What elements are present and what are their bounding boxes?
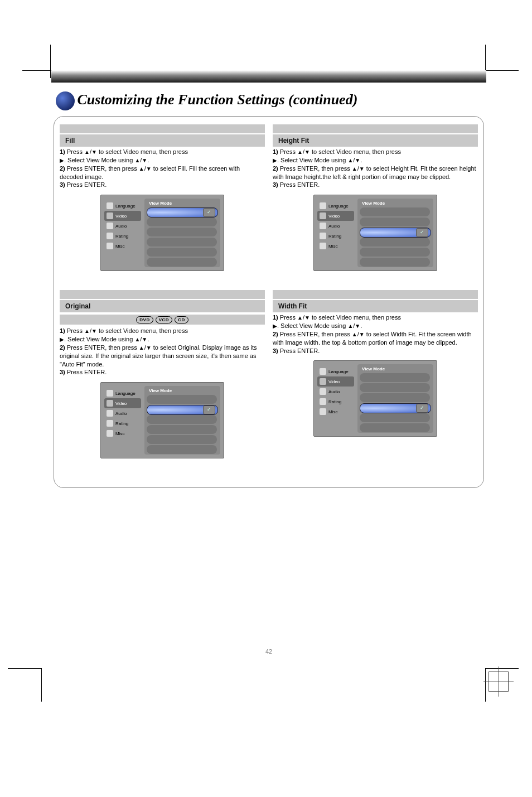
osd-pane-title: View Mode xyxy=(362,366,433,371)
osd-menu-item: Video xyxy=(317,376,354,387)
osd-screenshot: LanguageVideoAudioRatingMiscView Mode✓ xyxy=(100,195,224,271)
osd-menu-label: Video xyxy=(328,214,340,219)
osd-menu-label: Language xyxy=(328,204,349,209)
checkmark-icon: ✓ xyxy=(203,208,215,217)
osd-menu-label: Audio xyxy=(115,224,127,229)
osd-menu-item: Audio xyxy=(104,221,141,231)
osd-option-pill xyxy=(360,383,430,392)
osd-menu-label: Audio xyxy=(115,411,127,416)
osd-menu-label: Language xyxy=(328,369,349,374)
osd-menu-item: Misc xyxy=(317,407,354,417)
section-divider-bar xyxy=(60,124,265,133)
osd-menu-item: Rating xyxy=(317,231,354,241)
osd-menu-icon xyxy=(107,400,113,407)
osd-menu-icon xyxy=(320,202,326,209)
osd-menu-item: Video xyxy=(317,211,354,221)
osd-menu-item: Rating xyxy=(317,397,354,407)
osd-menu-label: Misc xyxy=(328,244,337,249)
osd-menu-icon xyxy=(107,410,113,417)
osd-menu-label: Video xyxy=(328,379,340,384)
media-badge: VCD xyxy=(156,316,172,323)
osd-option-pill xyxy=(360,218,430,226)
osd-option-pill xyxy=(360,238,430,247)
osd-menu-label: Misc xyxy=(115,431,124,436)
osd-menu-item: Audio xyxy=(317,387,354,397)
osd-menu-label: Misc xyxy=(115,244,124,249)
media-badge: DVD xyxy=(136,316,153,323)
osd-menu-item: Misc xyxy=(104,428,141,438)
osd-menu-icon xyxy=(107,233,113,239)
osd-menu-icon xyxy=(320,388,326,395)
osd-option-pill xyxy=(360,423,430,432)
section-divider-bar xyxy=(273,290,478,299)
osd-menu-label: Language xyxy=(115,391,136,396)
osd-menu-icon xyxy=(107,390,113,397)
instruction-text: 1) Press ▲/▼ to select Video menu, then … xyxy=(60,148,265,189)
osd-menu-icon xyxy=(320,378,326,385)
osd-option-pill xyxy=(147,248,217,257)
osd-menu-label: Audio xyxy=(328,389,340,394)
checkmark-icon: ✓ xyxy=(416,404,428,413)
osd-option-pill xyxy=(147,218,217,226)
spacer xyxy=(273,439,478,456)
osd-option-pill: ✓ xyxy=(147,405,218,415)
osd-menu-label: Rating xyxy=(115,421,128,426)
osd-menu-item: Language xyxy=(104,388,141,398)
osd-menu-icon xyxy=(107,430,113,437)
osd-option-pill xyxy=(147,228,217,236)
osd-menu-icon xyxy=(107,212,113,219)
osd-menu-label: Language xyxy=(115,204,136,209)
header-gradient-bar xyxy=(51,70,486,83)
osd-menu-icon xyxy=(107,202,113,209)
osd-option-pill xyxy=(360,207,430,216)
osd-menu-label: Misc xyxy=(328,409,337,414)
osd-menu-icon xyxy=(320,408,326,415)
osd-option-pill xyxy=(360,373,430,382)
osd-option-pill xyxy=(147,445,217,454)
osd-pane-title: View Mode xyxy=(149,388,220,393)
crop-mark xyxy=(8,668,41,669)
osd-menu-label: Rating xyxy=(328,234,341,239)
crop-mark xyxy=(50,45,51,78)
osd-pane-title: View Mode xyxy=(362,201,433,206)
checkmark-icon: ✓ xyxy=(203,405,215,414)
osd-menu-item: Language xyxy=(317,366,354,376)
instruction-text: 1) Press ▲/▼ to select Video menu, then … xyxy=(273,148,478,189)
spacer xyxy=(60,461,265,477)
osd-screenshot: LanguageVideoAudioRatingMiscView Mode✓ xyxy=(313,360,437,437)
instruction-text: 1) Press ▲/▼ to select Video menu, then … xyxy=(273,313,478,355)
crop-mark xyxy=(41,668,42,702)
section-divider-bar xyxy=(60,290,265,299)
bullet-orb-icon xyxy=(56,91,75,110)
spacer xyxy=(273,273,478,290)
osd-menu-icon xyxy=(107,243,113,249)
osd-menu-icon xyxy=(320,368,326,375)
setting-title: Fill xyxy=(60,134,265,147)
crop-mark xyxy=(485,70,519,71)
osd-option-pill xyxy=(360,258,430,267)
crop-mark xyxy=(485,668,519,669)
setting-title: Height Fit xyxy=(273,134,478,147)
setting-title: Width Fit xyxy=(273,300,478,312)
registration-target-icon xyxy=(489,672,509,692)
instruction-text: 1) Press ▲/▼ to select Video menu, then … xyxy=(60,327,265,376)
osd-menu-item: Rating xyxy=(104,418,141,428)
osd-menu-label: Rating xyxy=(328,399,341,404)
osd-menu-icon xyxy=(320,243,326,249)
osd-menu-icon xyxy=(107,420,113,427)
osd-menu-label: Video xyxy=(115,401,127,406)
osd-menu-icon xyxy=(320,223,326,229)
setting-title: Original xyxy=(60,300,265,312)
checkmark-icon: ✓ xyxy=(416,228,428,237)
osd-screenshot: LanguageVideoAudioRatingMiscView Mode✓ xyxy=(100,382,224,458)
osd-option-pill xyxy=(360,413,430,422)
osd-pane-title: View Mode xyxy=(149,201,220,206)
osd-screenshot: LanguageVideoAudioRatingMiscView Mode✓ xyxy=(313,195,437,271)
page-title-text: Customizing the Function Settings (conti… xyxy=(78,91,358,108)
osd-option-pill: ✓ xyxy=(147,207,218,218)
osd-menu-item: Rating xyxy=(104,231,141,241)
osd-menu-item: Language xyxy=(104,201,141,211)
osd-option-pill xyxy=(147,415,217,424)
media-badge: CD xyxy=(175,316,188,323)
osd-menu-item: Video xyxy=(104,398,141,408)
